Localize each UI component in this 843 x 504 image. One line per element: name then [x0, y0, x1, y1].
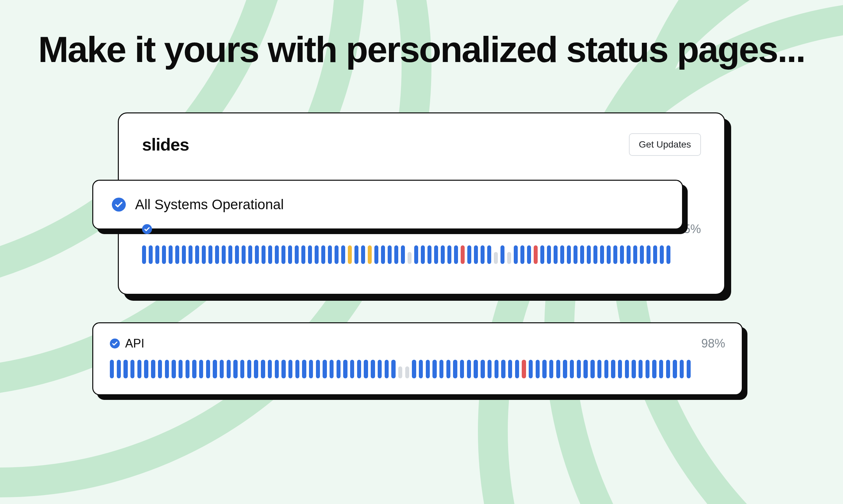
uptime-bar — [248, 245, 252, 264]
uptime-bar — [254, 360, 258, 378]
uptime-bar — [178, 360, 183, 378]
uptime-bar — [233, 360, 237, 378]
uptime-bar — [652, 360, 656, 378]
page-headline: Make it yours with personalized status p… — [38, 30, 805, 69]
uptime-bar — [495, 360, 499, 378]
uptime-bar — [142, 245, 146, 264]
uptime-bar — [368, 245, 372, 264]
uptime-bar — [461, 245, 465, 264]
uptime-bar — [199, 360, 203, 378]
uptime-bar — [419, 360, 423, 378]
uptime-bar — [563, 360, 567, 378]
uptime-bar — [321, 245, 325, 264]
uptime-bar — [593, 245, 597, 264]
status-card: slides Get Updates All Systems Operation… — [118, 112, 725, 295]
uptime-bar — [361, 245, 365, 264]
uptime-bar — [144, 360, 148, 378]
uptime-bar — [302, 245, 305, 264]
uptime-bar — [398, 366, 402, 378]
uptime-bar — [507, 252, 511, 264]
uptime-bar — [474, 360, 478, 378]
uptime-bar — [487, 360, 492, 378]
uptime-bar — [268, 245, 272, 264]
uptime-bar — [646, 360, 650, 378]
uptime-bar — [508, 360, 512, 378]
uptime-bar — [350, 360, 354, 378]
status-card-header: slides Get Updates — [142, 133, 701, 156]
uptime-bar — [556, 360, 560, 378]
uptime-bar — [434, 245, 438, 264]
uptime-bar — [247, 360, 251, 378]
uptime-bar — [261, 360, 265, 378]
component-uptime: 98% — [701, 337, 725, 350]
uptime-bar — [328, 245, 332, 264]
uptime-bar — [577, 360, 581, 378]
uptime-bar — [378, 360, 382, 378]
uptime-bar — [315, 245, 319, 264]
uptime-bar — [501, 360, 505, 378]
uptime-bar — [666, 360, 670, 378]
uptime-bar — [308, 245, 312, 264]
uptime-bar — [500, 245, 504, 264]
uptime-bar — [309, 360, 313, 378]
uptime-bar — [316, 360, 320, 378]
uptime-bar — [583, 360, 587, 378]
uptime-bar — [357, 360, 361, 378]
overall-status-text: All Systems Operational — [135, 197, 284, 213]
uptime-bar — [529, 360, 533, 378]
uptime-bar — [235, 245, 239, 264]
uptime-bar — [302, 360, 306, 378]
uptime-bar — [343, 360, 347, 378]
uptime-bar — [281, 360, 286, 378]
get-updates-button[interactable]: Get Updates — [629, 133, 701, 156]
uptime-bar — [192, 360, 196, 378]
uptime-bar — [374, 245, 378, 264]
uptime-bar — [220, 360, 224, 378]
uptime-bar — [385, 360, 389, 378]
uptime-bar — [440, 360, 443, 378]
uptime-bar — [604, 360, 608, 378]
uptime-bar — [527, 245, 531, 264]
uptime-bar — [580, 245, 584, 264]
uptime-bar — [540, 245, 544, 264]
uptime-bar — [151, 360, 155, 378]
uptime-bar — [673, 360, 677, 378]
uptime-bar — [240, 360, 244, 378]
uptime-bar — [381, 245, 385, 264]
uptime-bar — [341, 245, 345, 264]
uptime-bar — [633, 245, 637, 264]
uptime-bar — [186, 360, 190, 378]
uptime-bar — [653, 245, 657, 264]
uptime-bar — [323, 360, 327, 378]
uptime-bar — [515, 360, 519, 378]
uptime-bar — [169, 245, 173, 264]
uptime-bar — [337, 360, 341, 378]
uptime-bar — [494, 252, 498, 264]
uptime-bar — [426, 360, 430, 378]
uptime-bar — [165, 360, 169, 378]
uptime-bar — [536, 360, 540, 378]
uptime-bar — [371, 360, 375, 378]
uptime-bar — [348, 245, 352, 264]
uptime-bar — [607, 245, 611, 264]
uptime-bar — [573, 245, 578, 264]
uptime-bar — [626, 245, 631, 264]
uptime-bar — [394, 245, 398, 264]
uptime-bar — [408, 252, 412, 264]
uptime-bar — [432, 360, 436, 378]
uptime-bar — [215, 245, 219, 264]
uptime-bar — [268, 360, 272, 378]
uptime-bar — [447, 245, 451, 264]
uptime-bar — [520, 245, 524, 264]
uptime-bar — [421, 245, 425, 264]
uptime-bar — [208, 245, 212, 264]
uptime-bar — [554, 245, 557, 264]
uptime-bar — [364, 360, 368, 378]
uptime-bar — [355, 245, 358, 264]
uptime-bar — [542, 360, 546, 378]
uptime-bar — [534, 245, 538, 264]
uptime-bar — [295, 360, 299, 378]
uptime-bar — [288, 360, 292, 378]
uptime-bar — [632, 360, 636, 378]
uptime-bar — [687, 360, 691, 378]
